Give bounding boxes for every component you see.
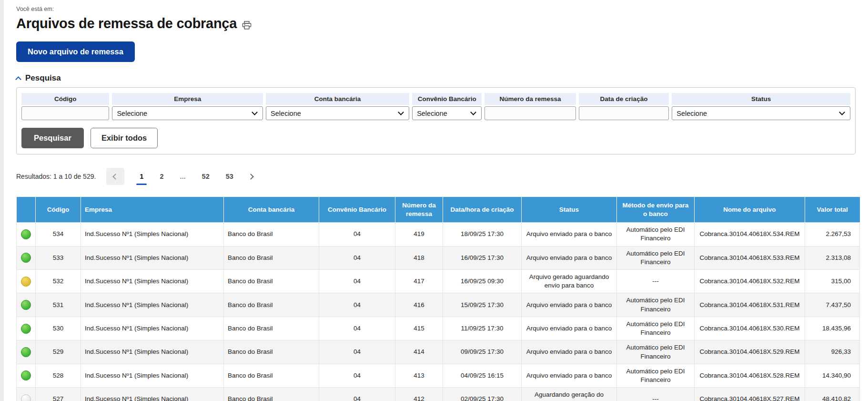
table-row[interactable]: 530 Ind.Sucesso Nº1 (Simples Nacional) B…	[17, 317, 860, 340]
cell-metodo-envio: Automático pelo EDI Financeiro	[617, 340, 695, 364]
cell-conta-bancaria: Banco do Brasil	[224, 246, 319, 269]
cell-empresa: Ind.Sucesso Nº1 (Simples Nacional)	[81, 340, 224, 364]
chevron-right-icon	[248, 174, 254, 180]
header-valor-total: Valor total	[805, 197, 860, 223]
cell-data-criacao: 02/09/25 17:30	[443, 388, 522, 401]
table-body: 534 Ind.Sucesso Nº1 (Simples Nacional) B…	[17, 223, 860, 401]
status-select[interactable]: Selecione	[672, 106, 850, 120]
table-row[interactable]: 532 Ind.Sucesso Nº1 (Simples Nacional) B…	[17, 269, 860, 293]
table-header-row: Código Empresa Conta bancária Convênio B…	[17, 197, 860, 223]
convenio-bancario-select[interactable]: Selecione	[412, 106, 482, 120]
table-row[interactable]: 529 Ind.Sucesso Nº1 (Simples Nacional) B…	[17, 340, 860, 364]
cell-metodo-envio: Automático pelo EDI Financeiro	[617, 317, 695, 340]
table-row[interactable]: 531 Ind.Sucesso Nº1 (Simples Nacional) B…	[17, 293, 860, 317]
cell-codigo: 528	[36, 364, 81, 387]
cell-numero-remessa: 414	[395, 340, 443, 364]
empresa-label: Empresa	[112, 93, 263, 105]
header-conta-bancaria: Conta bancária	[224, 197, 319, 223]
table-row[interactable]: 528 Ind.Sucesso Nº1 (Simples Nacional) B…	[17, 364, 860, 387]
breadcrumb: Você está em:	[16, 6, 856, 12]
cell-valor-total: 2.313,08	[805, 246, 860, 269]
cell-status: Arquivo enviado para o banco	[522, 340, 617, 364]
cell-metodo-envio: ---	[617, 269, 695, 293]
cell-empresa: Ind.Sucesso Nº1 (Simples Nacional)	[81, 269, 224, 293]
numero-remessa-input[interactable]	[484, 106, 575, 120]
cell-status-dot	[17, 293, 36, 317]
cell-valor-total: 48.410,82	[805, 388, 860, 401]
cell-conta-bancaria: Banco do Brasil	[224, 388, 319, 401]
pagination-prev-button[interactable]	[106, 168, 124, 185]
pesquisar-button[interactable]: Pesquisar	[21, 128, 84, 148]
cell-status: Arquivo enviado para o banco	[522, 317, 617, 340]
cell-empresa: Ind.Sucesso Nº1 (Simples Nacional)	[81, 317, 224, 340]
cell-status: Arquivo enviado para o banco	[522, 293, 617, 317]
exibir-todos-button[interactable]: Exibir todos	[91, 128, 158, 148]
cell-empresa: Ind.Sucesso Nº1 (Simples Nacional)	[81, 364, 224, 387]
cell-conta-bancaria: Banco do Brasil	[224, 223, 319, 246]
cell-conta-bancaria: Banco do Brasil	[224, 340, 319, 364]
status-dot-icon	[21, 394, 31, 401]
cell-nome-arquivo: Cobranca.30104.40618X.534.REM	[695, 223, 805, 246]
codigo-label: Código	[21, 93, 109, 105]
data-criacao-label: Data de criação	[579, 93, 669, 105]
conta-bancaria-select[interactable]: Selecione	[266, 106, 409, 120]
cell-convenio-bancario: 04	[319, 340, 395, 364]
cell-convenio-bancario: 04	[319, 388, 395, 401]
cell-conta-bancaria: Banco do Brasil	[224, 269, 319, 293]
cell-convenio-bancario: 04	[319, 246, 395, 269]
header-numero-remessa: Número da remessa	[395, 197, 443, 223]
search-collapse-toggle[interactable]: Pesquisa	[16, 73, 856, 83]
cell-empresa: Ind.Sucesso Nº1 (Simples Nacional)	[81, 293, 224, 317]
status-dot-icon	[21, 300, 31, 310]
cell-data-criacao: 11/09/25 17:30	[443, 317, 522, 340]
cell-numero-remessa: 416	[395, 293, 443, 317]
empresa-select[interactable]: Selecione	[112, 106, 263, 120]
cell-valor-total: 18.435,96	[805, 317, 860, 340]
new-remessa-button[interactable]: Novo arquivo de remessa	[16, 41, 135, 62]
cell-valor-total: 14.340,90	[805, 364, 860, 387]
empresa-select-value: Selecione	[117, 110, 147, 117]
pagination-page-53[interactable]: 53	[225, 171, 234, 182]
cell-data-criacao: 16/09/25 17:30	[443, 246, 522, 269]
cell-conta-bancaria: Banco do Brasil	[224, 293, 319, 317]
main-content: Você está em: Arquivos de remessa de cob…	[4, 0, 868, 401]
header-status: Status	[522, 197, 617, 223]
cell-status: Aguardando geração do arquivo	[522, 388, 617, 401]
status-dot-icon	[21, 253, 31, 263]
table-row[interactable]: 527 Ind.Sucesso Nº1 (Simples Nacional) B…	[17, 388, 860, 401]
cell-nome-arquivo: Cobranca.30104.40618X.532.REM	[695, 269, 805, 293]
search-panel: Código Empresa Selecione Conta bancária …	[16, 87, 856, 154]
pagination-page-52[interactable]: 52	[201, 171, 211, 182]
header-metodo-envio: Método de envio para o banco	[617, 197, 695, 223]
status-dot-icon	[21, 370, 31, 380]
cell-codigo: 534	[36, 223, 81, 246]
cell-convenio-bancario: 04	[319, 317, 395, 340]
cell-status: Arquivo enviado para o banco	[522, 223, 617, 246]
data-criacao-input[interactable]	[579, 106, 669, 120]
cell-valor-total: 2.267,53	[805, 223, 860, 246]
table-row[interactable]: 533 Ind.Sucesso Nº1 (Simples Nacional) B…	[17, 246, 860, 269]
header-empresa: Empresa	[81, 197, 224, 223]
results-count: Resultados: 1 a 10 de 529.	[16, 173, 96, 180]
cell-convenio-bancario: 04	[319, 364, 395, 387]
header-convenio-bancario: Convênio Bancário	[319, 197, 395, 223]
print-icon[interactable]	[242, 21, 252, 30]
cell-status-dot	[17, 223, 36, 246]
status-label: Status	[672, 93, 850, 105]
cell-metodo-envio: Automático pelo EDI Financeiro	[617, 364, 695, 387]
pagination-page-1[interactable]: 1	[139, 171, 144, 182]
search-section-title: Pesquisa	[25, 73, 61, 83]
pagination-next-button[interactable]	[249, 175, 253, 179]
conta-bancaria-select-value: Selecione	[271, 110, 301, 117]
table-row[interactable]: 534 Ind.Sucesso Nº1 (Simples Nacional) B…	[17, 223, 860, 246]
status-dot-icon	[21, 277, 31, 287]
cell-codigo: 532	[36, 269, 81, 293]
convenio-bancario-label: Convênio Bancário	[412, 93, 482, 105]
cell-metodo-envio: Automático pelo EDI Financeiro	[617, 246, 695, 269]
codigo-input[interactable]	[21, 106, 109, 120]
cell-status-dot	[17, 317, 36, 340]
pagination-page-2[interactable]: 2	[159, 171, 164, 182]
header-status-dot	[17, 197, 36, 223]
cell-data-criacao: 04/09/25 16:15	[443, 364, 522, 387]
cell-status: Arquivo enviado para o banco	[522, 246, 617, 269]
